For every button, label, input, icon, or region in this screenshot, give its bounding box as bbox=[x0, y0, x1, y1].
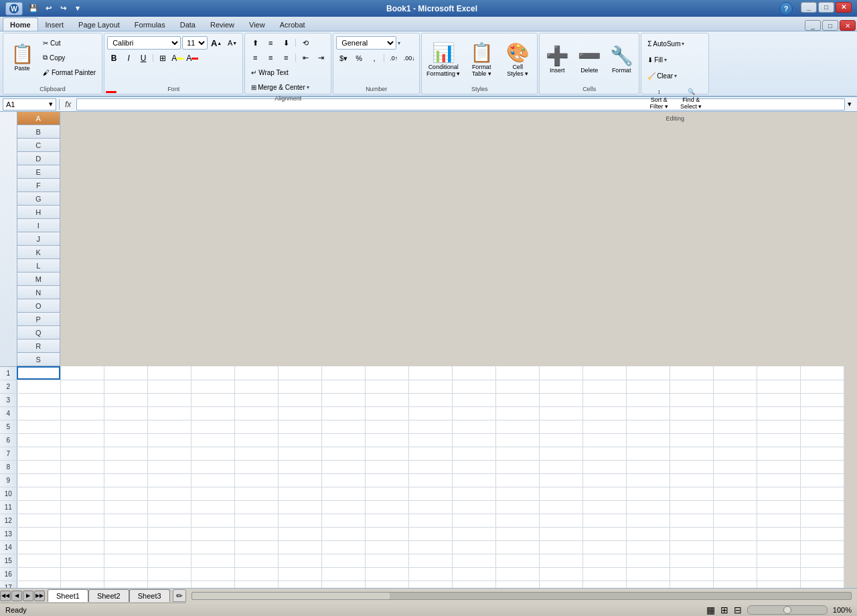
cell-H12[interactable] bbox=[321, 514, 365, 527]
cell-S7[interactable] bbox=[800, 447, 844, 460]
cell-H14[interactable] bbox=[321, 540, 365, 554]
cell-C7[interactable] bbox=[104, 447, 147, 460]
currency-button[interactable]: $▾ bbox=[336, 52, 351, 65]
cell-I9[interactable] bbox=[365, 473, 408, 487]
cell-N3[interactable] bbox=[582, 393, 626, 406]
cell-E7[interactable] bbox=[191, 447, 234, 460]
cell-K15[interactable] bbox=[452, 554, 495, 567]
cell-H17[interactable] bbox=[321, 581, 365, 588]
cell-O14[interactable] bbox=[626, 540, 670, 554]
col-header-E[interactable]: E bbox=[17, 165, 61, 179]
cell-M7[interactable] bbox=[539, 447, 582, 460]
redo-button[interactable]: ↪ bbox=[56, 3, 70, 15]
cell-E4[interactable] bbox=[191, 406, 234, 420]
cell-G15[interactable] bbox=[278, 554, 321, 567]
cell-I7[interactable] bbox=[365, 447, 408, 460]
cell-L17[interactable] bbox=[495, 581, 539, 588]
conditional-formatting-button[interactable]: 📊 ConditionalFormatting ▾ bbox=[424, 38, 462, 82]
col-header-J[interactable]: J bbox=[17, 232, 61, 246]
font-color-button[interactable]: A bbox=[185, 52, 199, 64]
autosum-arrow[interactable]: ▾ bbox=[682, 41, 684, 47]
cell-D7[interactable] bbox=[147, 447, 191, 460]
cell-M4[interactable] bbox=[539, 406, 582, 420]
view-normal-button[interactable]: ▦ bbox=[706, 605, 715, 615]
cell-L16[interactable] bbox=[495, 567, 539, 581]
col-header-O[interactable]: O bbox=[17, 299, 61, 313]
align-top-button[interactable]: ⬆ bbox=[248, 36, 262, 50]
cell-P10[interactable] bbox=[670, 487, 713, 500]
minimize-button[interactable]: _ bbox=[801, 2, 817, 13]
cell-G17[interactable] bbox=[278, 581, 321, 588]
cell-A9[interactable] bbox=[17, 473, 60, 487]
fill-button[interactable]: ⬇ Fill ▾ bbox=[644, 52, 670, 67]
cell-R14[interactable] bbox=[757, 540, 800, 554]
cell-L2[interactable] bbox=[495, 380, 539, 393]
cell-P1[interactable] bbox=[670, 366, 713, 380]
font-shrink-button[interactable]: A▼ bbox=[225, 36, 240, 50]
cell-G3[interactable] bbox=[278, 393, 321, 406]
cell-J13[interactable] bbox=[408, 527, 452, 540]
cell-D9[interactable] bbox=[147, 473, 191, 487]
ribbon-close-button[interactable]: ✕ bbox=[840, 20, 856, 31]
cell-O4[interactable] bbox=[626, 406, 670, 420]
cell-A17[interactable] bbox=[17, 581, 60, 588]
align-middle-button[interactable]: ≡ bbox=[263, 36, 278, 50]
cell-B17[interactable] bbox=[60, 581, 104, 588]
cell-S11[interactable] bbox=[800, 500, 844, 514]
cell-L13[interactable] bbox=[495, 527, 539, 540]
cell-K8[interactable] bbox=[452, 460, 495, 473]
cell-M1[interactable] bbox=[539, 366, 582, 380]
cell-Q1[interactable] bbox=[713, 366, 757, 380]
cell-R5[interactable] bbox=[757, 420, 800, 433]
comma-button[interactable]: , bbox=[367, 52, 382, 65]
format-button[interactable]: 🔧 Format bbox=[607, 38, 636, 82]
cell-S12[interactable] bbox=[800, 514, 844, 527]
cell-F10[interactable] bbox=[234, 487, 278, 500]
cell-H7[interactable] bbox=[321, 447, 365, 460]
cell-K5[interactable] bbox=[452, 420, 495, 433]
cell-B10[interactable] bbox=[60, 487, 104, 500]
cell-E1[interactable] bbox=[191, 366, 234, 380]
cell-B16[interactable] bbox=[60, 567, 104, 581]
cell-H16[interactable] bbox=[321, 567, 365, 581]
col-header-H[interactable]: H bbox=[17, 206, 61, 219]
cell-I1[interactable] bbox=[365, 366, 408, 380]
cell-M5[interactable] bbox=[539, 420, 582, 433]
cell-N14[interactable] bbox=[582, 540, 626, 554]
cell-G4[interactable] bbox=[278, 406, 321, 420]
align-right-button[interactable]: ≡ bbox=[279, 51, 293, 64]
cell-C2[interactable] bbox=[104, 380, 147, 393]
cell-O11[interactable] bbox=[626, 500, 670, 514]
cell-L10[interactable] bbox=[495, 487, 539, 500]
cell-J1[interactable] bbox=[408, 366, 452, 380]
cell-N8[interactable] bbox=[582, 460, 626, 473]
view-pagebreak-button[interactable]: ⊟ bbox=[734, 605, 742, 615]
cell-I4[interactable] bbox=[365, 406, 408, 420]
cell-H13[interactable] bbox=[321, 527, 365, 540]
cell-D15[interactable] bbox=[147, 554, 191, 567]
cell-S14[interactable] bbox=[800, 540, 844, 554]
cell-N16[interactable] bbox=[582, 567, 626, 581]
font-size-select[interactable]: 11 bbox=[182, 36, 208, 50]
cell-L14[interactable] bbox=[495, 540, 539, 554]
sheet-tab-3[interactable]: Sheet3 bbox=[129, 589, 170, 602]
cell-E5[interactable] bbox=[191, 420, 234, 433]
cell-L4[interactable] bbox=[495, 406, 539, 420]
cell-H2[interactable] bbox=[321, 380, 365, 393]
cell-N17[interactable] bbox=[582, 581, 626, 588]
cell-M13[interactable] bbox=[539, 527, 582, 540]
orientation-button[interactable]: ⟲ bbox=[298, 36, 313, 50]
sheet-prev-button[interactable]: ◀ bbox=[11, 591, 22, 601]
tab-review[interactable]: Review bbox=[203, 17, 242, 31]
cell-F7[interactable] bbox=[234, 447, 278, 460]
cell-R12[interactable] bbox=[757, 514, 800, 527]
cell-K11[interactable] bbox=[452, 500, 495, 514]
cell-S6[interactable] bbox=[800, 433, 844, 447]
tab-insert[interactable]: Insert bbox=[38, 17, 72, 31]
bold-button[interactable]: B bbox=[107, 52, 121, 64]
cell-O1[interactable] bbox=[626, 366, 670, 380]
cell-O13[interactable] bbox=[626, 527, 670, 540]
cell-O15[interactable] bbox=[626, 554, 670, 567]
office-button[interactable]: W bbox=[5, 2, 23, 15]
cell-B5[interactable] bbox=[60, 420, 104, 433]
